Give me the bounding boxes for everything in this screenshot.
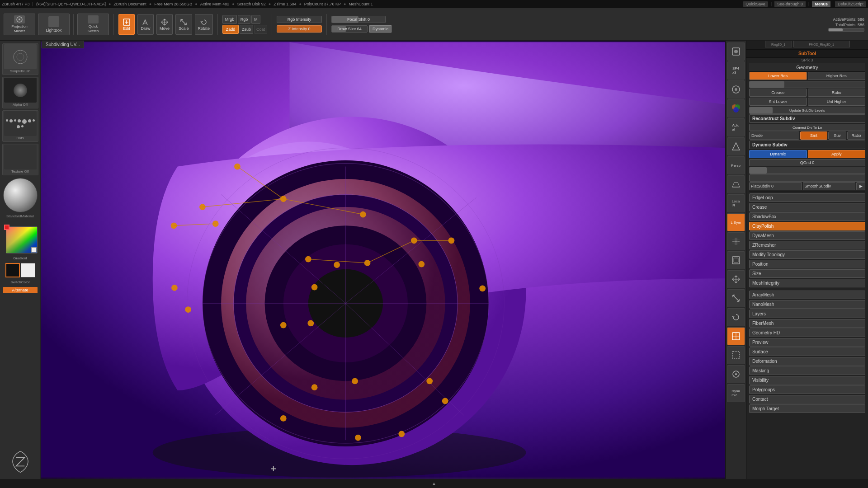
suv-btn[interactable]: Suv <box>828 131 846 140</box>
draw-size-slider[interactable]: Draw Size 64 <box>331 25 368 33</box>
ratio-small-btn[interactable]: Ratio <box>847 131 865 140</box>
divide-btn[interactable]: Divide <box>749 131 799 140</box>
persp-icon[interactable]: Persp <box>727 156 745 174</box>
transp-icon[interactable] <box>727 346 745 364</box>
sp4x3-icon[interactable]: SP4x3 <box>727 61 745 80</box>
see-through[interactable]: See-through 0 <box>774 1 806 7</box>
ggrid-icon[interactable] <box>727 232 745 250</box>
crease-main-btn[interactable]: Crease <box>749 203 865 211</box>
aarail-icon[interactable] <box>727 80 745 99</box>
move-icon[interactable] <box>727 270 745 288</box>
smt-btn[interactable]: Smt <box>800 131 827 140</box>
rotate-btn[interactable]: Rotate <box>195 14 213 35</box>
projection-master-btn[interactable]: ProjectionMaster <box>4 14 35 35</box>
canvas-area[interactable] <box>41 41 725 479</box>
shadowbox-btn[interactable]: ShadowBox <box>749 212 865 221</box>
dynamic-view-icon[interactable] <box>727 137 745 155</box>
mesh-integrity-btn[interactable]: MeshIntegrity <box>749 279 865 287</box>
preview-btn[interactable]: Preview <box>749 338 865 347</box>
zsub-btn[interactable]: Zsub <box>240 25 253 34</box>
reconstruct-subdiv-btn[interactable]: Reconstruct Subdiv <box>749 114 865 123</box>
z-intensity-slider[interactable]: Z Intensity 0 <box>277 25 322 33</box>
lower-res-btn[interactable]: Lower Res <box>749 72 807 80</box>
surface-btn[interactable]: Surface <box>749 347 865 356</box>
dynamesh-btn[interactable]: DynaMesh <box>749 231 865 240</box>
dynamic-subdiv-toggle[interactable]: Dynamic <box>749 150 807 158</box>
brill-icon[interactable] <box>727 42 745 61</box>
zadd-btn[interactable]: Zadd <box>222 25 239 34</box>
draw-btn[interactable]: Draw <box>137 14 154 35</box>
mrgb-btn[interactable]: Mrgb <box>222 15 237 24</box>
nano-mesh-btn[interactable]: NanoMesh <box>749 300 865 309</box>
morph-target-btn[interactable]: Morph Target <box>749 404 865 413</box>
layers-btn[interactable]: Layers <box>749 310 865 318</box>
dynamic-subdiv-btn[interactable]: Dynamic Subdiv <box>749 141 865 149</box>
floor-icon[interactable] <box>727 175 745 193</box>
levelsubdiv-slider[interactable]: Update SubDiv Levels <box>749 107 865 114</box>
material-sphere[interactable] <box>3 178 38 212</box>
smooth-subdiv-arrow[interactable]: ▶ <box>856 182 865 190</box>
menus-btn[interactable]: Menus <box>812 1 830 7</box>
apply-btn[interactable]: Apply <box>808 150 866 158</box>
scale-btn[interactable]: Scale <box>175 14 192 35</box>
lower-algo-slider[interactable] <box>749 174 865 182</box>
modify-topology-btn[interactable]: Modify Topology <box>749 250 865 259</box>
background-color[interactable] <box>31 247 37 253</box>
higher-res-btn[interactable]: Higher Res <box>808 72 866 80</box>
actual-icon[interactable]: Actual <box>727 118 745 136</box>
polygroups-btn[interactable]: Polygroups <box>749 385 865 394</box>
right-panel-scroll[interactable]: Geometry Lower Res Higher Res Crease Rat… <box>746 62 868 488</box>
ratio-btn[interactable]: Ratio <box>808 89 866 97</box>
connect-div-slider[interactable]: Connect Div To Lo <box>749 124 865 131</box>
dynamic2-icon[interactable]: Dynamic <box>727 384 745 402</box>
lightbox-btn[interactable]: LightBox <box>38 14 70 35</box>
unit-higher-btn[interactable]: Unt Higher <box>808 98 866 106</box>
geometry-section-btn[interactable]: Geometry <box>749 63 865 72</box>
shift-lower-btn[interactable]: Sht Lower <box>749 98 807 106</box>
coloril-icon[interactable] <box>727 99 745 117</box>
accualy-icon[interactable] <box>727 365 745 383</box>
fiber-mesh-btn[interactable]: FiberMesh <box>749 319 865 328</box>
qgrid-slider[interactable]: QGrid 0 <box>749 159 865 166</box>
m-btn[interactable]: M <box>251 15 260 24</box>
rgb-intensity-slider[interactable]: Rgb Intensity <box>277 16 322 23</box>
lsym-icon[interactable]: L.Sym <box>727 213 745 231</box>
geometry-hd-btn[interactable]: Geometry HD <box>749 328 865 337</box>
position-btn[interactable]: Position <box>749 260 865 268</box>
brush-preview[interactable]: SimpleBrush <box>2 43 38 75</box>
crease-btn[interactable]: Crease <box>749 89 807 97</box>
color-picker[interactable] <box>3 224 38 253</box>
contact-btn[interactable]: Contact <box>749 395 865 404</box>
visibility-btn[interactable]: Visibility <box>749 376 865 385</box>
rgb-btn[interactable]: Rgb <box>238 15 250 24</box>
smooth-subdiv-btn[interactable]: SmoothSubdiv <box>803 182 856 190</box>
frame-icon[interactable] <box>727 251 745 269</box>
localr-icon[interactable]: LocalR <box>727 194 745 212</box>
texture-preview[interactable]: Texture Off <box>2 144 38 175</box>
size-btn[interactable]: Size <box>749 269 865 278</box>
flat-subdiv-btn[interactable]: FlatSubdiv 0 <box>749 182 802 190</box>
deformation-btn[interactable]: Deformation <box>749 357 865 366</box>
quicksave-label[interactable]: QuickSave <box>743 1 768 7</box>
qgrid-slider2[interactable] <box>749 167 865 174</box>
edge-loop-btn[interactable]: EdgeLoop <box>749 193 865 202</box>
array-mesh-btn[interactable]: ArrayMesh <box>749 291 865 299</box>
alternate-btn[interactable]: Alternate <box>3 287 38 293</box>
move-btn[interactable]: Move <box>156 14 173 35</box>
dynamic-btn[interactable]: Dynamic <box>369 25 392 33</box>
masking-btn[interactable]: Masking <box>749 366 865 375</box>
defaultzscript-btn[interactable]: DefaultZScript <box>835 1 866 7</box>
rotate-icon[interactable] <box>727 308 745 326</box>
black-swatch[interactable] <box>5 263 20 277</box>
scale-icon[interactable] <box>727 289 745 307</box>
focal-shift-slider[interactable]: Focal Shift 0 <box>331 16 386 23</box>
claypolish-btn[interactable]: ClayPolish <box>749 222 865 230</box>
white-swatch[interactable] <box>21 263 35 277</box>
zremesher-btn[interactable]: ZRemesher <box>749 241 865 249</box>
foreground-color[interactable] <box>4 225 9 230</box>
dots-pattern[interactable]: Dots <box>2 110 38 142</box>
coat-btn[interactable]: Coat <box>254 25 267 34</box>
quick-sketch-btn[interactable]: QuickSketch <box>77 14 109 35</box>
alpha-preview[interactable]: Alpha Off <box>2 77 38 108</box>
geometry-slider-1[interactable] <box>749 81 865 88</box>
